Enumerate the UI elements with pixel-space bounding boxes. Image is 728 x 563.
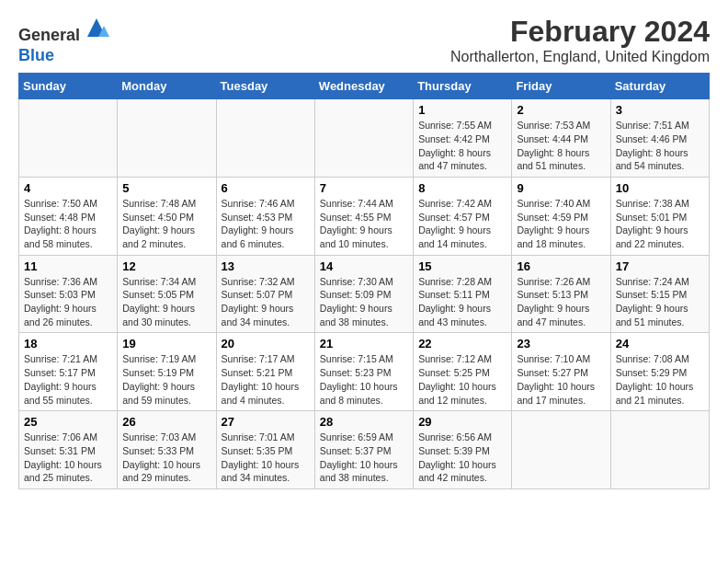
day-number: 25 — [24, 415, 112, 429]
day-info: Sunrise: 7:50 AM Sunset: 4:48 PM Dayligh… — [24, 197, 112, 251]
calendar-week-0: 1Sunrise: 7:55 AM Sunset: 4:42 PM Daylig… — [19, 99, 710, 178]
calendar-cell: 6Sunrise: 7:46 AM Sunset: 4:53 PM Daylig… — [216, 177, 314, 255]
day-number: 18 — [24, 337, 112, 350]
day-info: Sunrise: 7:36 AM Sunset: 5:03 PM Dayligh… — [24, 275, 112, 329]
day-number: 26 — [122, 415, 210, 429]
calendar-cell: 12Sunrise: 7:34 AM Sunset: 5:05 PM Dayli… — [118, 255, 216, 333]
day-info: Sunrise: 7:24 AM Sunset: 5:15 PM Dayligh… — [616, 275, 704, 329]
calendar-cell — [216, 99, 314, 178]
page-header: General Blue February 2024 Northallerton… — [18, 15, 710, 65]
calendar-cell: 4Sunrise: 7:50 AM Sunset: 4:48 PM Daylig… — [19, 177, 118, 255]
day-info: Sunrise: 7:42 AM Sunset: 4:57 PM Dayligh… — [418, 197, 506, 251]
logo-text: General Blue — [18, 15, 109, 65]
calendar-cell: 10Sunrise: 7:38 AM Sunset: 5:01 PM Dayli… — [610, 177, 709, 255]
day-info: Sunrise: 6:56 AM Sunset: 5:39 PM Dayligh… — [418, 431, 506, 485]
day-info: Sunrise: 7:28 AM Sunset: 5:11 PM Dayligh… — [418, 275, 506, 329]
calendar-header: SundayMondayTuesdayWednesdayThursdayFrid… — [19, 74, 710, 99]
calendar-cell: 15Sunrise: 7:28 AM Sunset: 5:11 PM Dayli… — [414, 255, 512, 333]
day-number: 24 — [616, 337, 704, 350]
day-number: 20 — [222, 337, 310, 350]
day-info: Sunrise: 7:08 AM Sunset: 5:29 PM Dayligh… — [616, 352, 704, 407]
header-day-saturday: Saturday — [610, 74, 709, 99]
calendar-cell: 3Sunrise: 7:51 AM Sunset: 4:46 PM Daylig… — [610, 99, 709, 178]
day-info: Sunrise: 7:51 AM Sunset: 4:46 PM Dayligh… — [616, 119, 704, 173]
calendar-cell: 8Sunrise: 7:42 AM Sunset: 4:57 PM Daylig… — [414, 177, 512, 255]
day-info: Sunrise: 7:06 AM Sunset: 5:31 PM Dayligh… — [24, 431, 112, 485]
calendar-cell: 2Sunrise: 7:53 AM Sunset: 4:44 PM Daylig… — [512, 99, 610, 178]
day-number: 12 — [122, 259, 210, 273]
calendar-cell: 1Sunrise: 7:55 AM Sunset: 4:42 PM Daylig… — [414, 99, 512, 178]
calendar-cell — [512, 411, 610, 489]
day-info: Sunrise: 7:44 AM Sunset: 4:55 PM Dayligh… — [320, 197, 408, 251]
calendar-cell: 24Sunrise: 7:08 AM Sunset: 5:29 PM Dayli… — [610, 333, 709, 411]
day-info: Sunrise: 7:21 AM Sunset: 5:17 PM Dayligh… — [24, 352, 112, 407]
calendar-cell: 9Sunrise: 7:40 AM Sunset: 4:59 PM Daylig… — [512, 177, 610, 255]
page-title: February 2024 — [450, 15, 710, 49]
day-info: Sunrise: 7:03 AM Sunset: 5:33 PM Dayligh… — [122, 431, 210, 485]
calendar-cell: 16Sunrise: 7:26 AM Sunset: 5:13 PM Dayli… — [512, 255, 610, 333]
day-info: Sunrise: 7:40 AM Sunset: 4:59 PM Dayligh… — [517, 197, 605, 251]
day-info: Sunrise: 6:59 AM Sunset: 5:37 PM Dayligh… — [320, 431, 408, 485]
calendar-cell: 17Sunrise: 7:24 AM Sunset: 5:15 PM Dayli… — [610, 255, 709, 333]
calendar-week-4: 25Sunrise: 7:06 AM Sunset: 5:31 PM Dayli… — [19, 411, 710, 489]
day-number: 21 — [320, 337, 408, 350]
page-subtitle: Northallerton, England, United Kingdom — [450, 49, 710, 65]
calendar-cell: 14Sunrise: 7:30 AM Sunset: 5:09 PM Dayli… — [314, 255, 413, 333]
title-block: February 2024 Northallerton, England, Un… — [450, 15, 710, 65]
day-info: Sunrise: 7:55 AM Sunset: 4:42 PM Dayligh… — [418, 119, 506, 173]
day-number: 2 — [517, 103, 605, 117]
calendar-cell: 13Sunrise: 7:32 AM Sunset: 5:07 PM Dayli… — [216, 255, 314, 333]
day-info: Sunrise: 7:10 AM Sunset: 5:27 PM Dayligh… — [517, 352, 605, 407]
day-number: 4 — [24, 181, 112, 195]
day-info: Sunrise: 7:34 AM Sunset: 5:05 PM Dayligh… — [122, 275, 210, 329]
day-info: Sunrise: 7:01 AM Sunset: 5:35 PM Dayligh… — [222, 431, 310, 485]
day-number: 10 — [616, 181, 704, 195]
calendar-cell — [118, 99, 216, 178]
header-day-friday: Friday — [512, 74, 610, 99]
calendar-week-1: 4Sunrise: 7:50 AM Sunset: 4:48 PM Daylig… — [19, 177, 710, 255]
calendar-cell: 7Sunrise: 7:44 AM Sunset: 4:55 PM Daylig… — [314, 177, 413, 255]
logo: General Blue — [18, 15, 109, 65]
calendar-cell: 22Sunrise: 7:12 AM Sunset: 5:25 PM Dayli… — [414, 333, 512, 411]
calendar-week-3: 18Sunrise: 7:21 AM Sunset: 5:17 PM Dayli… — [19, 333, 710, 411]
day-number: 28 — [320, 415, 408, 429]
day-number: 15 — [418, 259, 506, 273]
header-day-wednesday: Wednesday — [314, 74, 413, 99]
logo-icon — [84, 15, 109, 40]
day-info: Sunrise: 7:32 AM Sunset: 5:07 PM Dayligh… — [222, 275, 310, 329]
day-number: 3 — [616, 103, 704, 117]
day-info: Sunrise: 7:46 AM Sunset: 4:53 PM Dayligh… — [222, 197, 310, 251]
calendar-cell: 18Sunrise: 7:21 AM Sunset: 5:17 PM Dayli… — [19, 333, 118, 411]
day-number: 13 — [222, 259, 310, 273]
day-number: 27 — [222, 415, 310, 429]
day-number: 22 — [418, 337, 506, 350]
header-day-sunday: Sunday — [19, 74, 118, 99]
day-number: 14 — [320, 259, 408, 273]
day-number: 19 — [122, 337, 210, 350]
day-number: 6 — [222, 181, 310, 195]
logo-blue: Blue — [18, 46, 54, 64]
day-number: 9 — [517, 181, 605, 195]
header-row: SundayMondayTuesdayWednesdayThursdayFrid… — [19, 74, 710, 99]
day-info: Sunrise: 7:30 AM Sunset: 5:09 PM Dayligh… — [320, 275, 408, 329]
day-number: 29 — [418, 415, 506, 429]
calendar-table: SundayMondayTuesdayWednesdayThursdayFrid… — [18, 73, 710, 489]
calendar-cell: 5Sunrise: 7:48 AM Sunset: 4:50 PM Daylig… — [118, 177, 216, 255]
calendar-body: 1Sunrise: 7:55 AM Sunset: 4:42 PM Daylig… — [19, 99, 710, 489]
calendar-cell: 23Sunrise: 7:10 AM Sunset: 5:27 PM Dayli… — [512, 333, 610, 411]
calendar-week-2: 11Sunrise: 7:36 AM Sunset: 5:03 PM Dayli… — [19, 255, 710, 333]
calendar-cell: 21Sunrise: 7:15 AM Sunset: 5:23 PM Dayli… — [314, 333, 413, 411]
day-number: 17 — [616, 259, 704, 273]
calendar-cell: 29Sunrise: 6:56 AM Sunset: 5:39 PM Dayli… — [414, 411, 512, 489]
header-day-tuesday: Tuesday — [216, 74, 314, 99]
logo-general: General — [18, 26, 80, 44]
day-info: Sunrise: 7:48 AM Sunset: 4:50 PM Dayligh… — [122, 197, 210, 251]
calendar-cell — [610, 411, 709, 489]
day-info: Sunrise: 7:15 AM Sunset: 5:23 PM Dayligh… — [320, 352, 408, 407]
calendar-cell — [19, 99, 118, 178]
header-day-monday: Monday — [118, 74, 216, 99]
day-info: Sunrise: 7:53 AM Sunset: 4:44 PM Dayligh… — [517, 119, 605, 173]
calendar-cell: 11Sunrise: 7:36 AM Sunset: 5:03 PM Dayli… — [19, 255, 118, 333]
day-info: Sunrise: 7:17 AM Sunset: 5:21 PM Dayligh… — [222, 352, 310, 407]
day-info: Sunrise: 7:19 AM Sunset: 5:19 PM Dayligh… — [122, 352, 210, 407]
